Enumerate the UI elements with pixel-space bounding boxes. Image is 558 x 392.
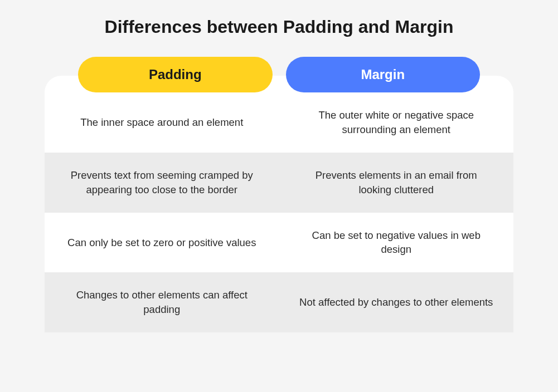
- cell-padding: Prevents text from seeming cramped by ap…: [45, 153, 279, 213]
- table-body: The inner space around an element The ou…: [45, 76, 513, 332]
- table-row: Can only be set to zero or positive valu…: [45, 213, 513, 273]
- table-row: The inner space around an element The ou…: [45, 92, 513, 153]
- column-header-padding: Padding: [78, 57, 273, 92]
- cell-padding: The inner space around an element: [45, 92, 279, 153]
- cell-margin: Can be set to negative values in web des…: [279, 213, 514, 273]
- table-row: Changes to other elements can affect pad…: [45, 272, 513, 332]
- table-row: Prevents text from seeming cramped by ap…: [45, 153, 513, 213]
- cell-margin: Not affected by changes to other element…: [279, 272, 514, 332]
- cell-margin: Prevents elements in an email from looki…: [279, 153, 514, 213]
- comparison-table: Padding Margin The inner space around an…: [45, 57, 513, 332]
- cell-padding: Changes to other elements can affect pad…: [45, 272, 279, 332]
- table-header-row: Padding Margin: [45, 57, 513, 92]
- page-title: Differences between Padding and Margin: [45, 17, 513, 37]
- column-header-margin: Margin: [286, 57, 481, 92]
- cell-margin: The outer white or negative space surrou…: [279, 92, 514, 153]
- cell-padding: Can only be set to zero or positive valu…: [45, 213, 279, 273]
